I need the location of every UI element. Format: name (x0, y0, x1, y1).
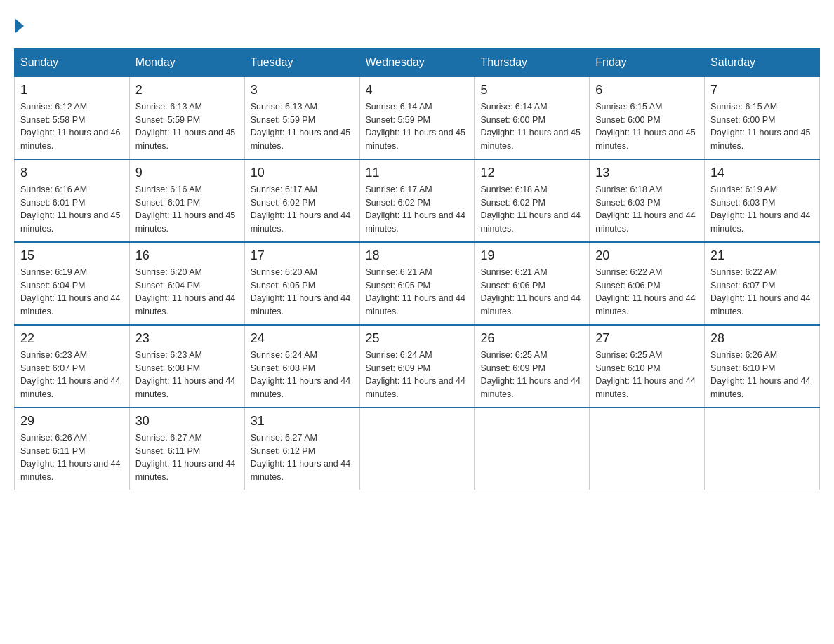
day-info: Sunrise: 6:18 AM Sunset: 6:02 PM Dayligh… (480, 183, 583, 236)
header-sunday: Sunday (15, 48, 130, 76)
header-tuesday: Tuesday (244, 48, 359, 76)
day-info: Sunrise: 6:13 AM Sunset: 5:59 PM Dayligh… (251, 100, 354, 153)
day-info: Sunrise: 6:26 AM Sunset: 6:10 PM Dayligh… (710, 349, 814, 401)
day-info: Sunrise: 6:16 AM Sunset: 6:01 PM Dayligh… (135, 183, 239, 236)
logo-arrow-icon (15, 19, 24, 33)
day-number: 10 (251, 166, 354, 180)
empty-cell (590, 408, 705, 490)
day-info: Sunrise: 6:27 AM Sunset: 6:12 PM Dayligh… (251, 431, 354, 484)
day-cell-30: 30 Sunrise: 6:27 AM Sunset: 6:11 PM Dayl… (129, 408, 244, 490)
day-info: Sunrise: 6:22 AM Sunset: 6:06 PM Dayligh… (595, 266, 699, 318)
day-cell-7: 7 Sunrise: 6:15 AM Sunset: 6:00 PM Dayli… (705, 76, 820, 159)
day-cell-25: 25 Sunrise: 6:24 AM Sunset: 6:09 PM Dayl… (359, 325, 475, 408)
day-cell-12: 12 Sunrise: 6:18 AM Sunset: 6:02 PM Dayl… (475, 159, 590, 242)
day-info: Sunrise: 6:18 AM Sunset: 6:03 PM Dayligh… (595, 183, 699, 236)
week-row-4: 29 Sunrise: 6:26 AM Sunset: 6:11 PM Dayl… (15, 408, 820, 490)
day-info: Sunrise: 6:25 AM Sunset: 6:10 PM Dayligh… (595, 349, 699, 401)
day-info: Sunrise: 6:23 AM Sunset: 6:08 PM Dayligh… (135, 349, 239, 401)
day-number: 26 (480, 331, 583, 346)
day-info: Sunrise: 6:19 AM Sunset: 6:04 PM Dayligh… (20, 266, 124, 318)
day-number: 2 (135, 83, 239, 98)
day-cell-9: 9 Sunrise: 6:16 AM Sunset: 6:01 PM Dayli… (129, 159, 244, 242)
header-saturday: Saturday (705, 48, 820, 76)
day-cell-27: 27 Sunrise: 6:25 AM Sunset: 6:10 PM Dayl… (590, 325, 705, 408)
day-number: 30 (135, 414, 239, 429)
empty-cell (359, 408, 475, 490)
day-info: Sunrise: 6:26 AM Sunset: 6:11 PM Dayligh… (20, 431, 124, 484)
day-number: 18 (366, 248, 469, 263)
day-cell-15: 15 Sunrise: 6:19 AM Sunset: 6:04 PM Dayl… (15, 242, 130, 325)
day-info: Sunrise: 6:24 AM Sunset: 6:09 PM Dayligh… (366, 349, 469, 401)
day-number: 15 (20, 248, 124, 263)
day-cell-26: 26 Sunrise: 6:25 AM Sunset: 6:09 PM Dayl… (475, 325, 590, 408)
day-cell-23: 23 Sunrise: 6:23 AM Sunset: 6:08 PM Dayl… (129, 325, 244, 408)
day-cell-8: 8 Sunrise: 6:16 AM Sunset: 6:01 PM Dayli… (15, 159, 130, 242)
day-info: Sunrise: 6:17 AM Sunset: 6:02 PM Dayligh… (251, 183, 354, 236)
calendar-table: SundayMondayTuesdayWednesdayThursdayFrid… (14, 48, 820, 490)
day-info: Sunrise: 6:14 AM Sunset: 6:00 PM Dayligh… (480, 100, 583, 153)
day-number: 4 (366, 83, 469, 98)
day-number: 25 (366, 331, 469, 346)
day-cell-22: 22 Sunrise: 6:23 AM Sunset: 6:07 PM Dayl… (15, 325, 130, 408)
day-info: Sunrise: 6:15 AM Sunset: 6:00 PM Dayligh… (710, 100, 814, 153)
day-info: Sunrise: 6:17 AM Sunset: 6:02 PM Dayligh… (366, 183, 469, 236)
day-number: 16 (135, 248, 239, 263)
header-friday: Friday (590, 48, 705, 76)
day-number: 31 (251, 414, 354, 429)
day-number: 3 (251, 83, 354, 98)
day-info: Sunrise: 6:13 AM Sunset: 5:59 PM Dayligh… (135, 100, 239, 153)
day-cell-19: 19 Sunrise: 6:21 AM Sunset: 6:06 PM Dayl… (475, 242, 590, 325)
day-cell-17: 17 Sunrise: 6:20 AM Sunset: 6:05 PM Dayl… (244, 242, 359, 325)
day-cell-31: 31 Sunrise: 6:27 AM Sunset: 6:12 PM Dayl… (244, 408, 359, 490)
day-number: 23 (135, 331, 239, 346)
day-number: 24 (251, 331, 354, 346)
day-cell-21: 21 Sunrise: 6:22 AM Sunset: 6:07 PM Dayl… (705, 242, 820, 325)
day-cell-11: 11 Sunrise: 6:17 AM Sunset: 6:02 PM Dayl… (359, 159, 475, 242)
day-cell-6: 6 Sunrise: 6:15 AM Sunset: 6:00 PM Dayli… (590, 76, 705, 159)
day-info: Sunrise: 6:19 AM Sunset: 6:03 PM Dayligh… (710, 183, 814, 236)
day-info: Sunrise: 6:23 AM Sunset: 6:07 PM Dayligh… (20, 349, 124, 401)
day-info: Sunrise: 6:12 AM Sunset: 5:58 PM Dayligh… (20, 100, 124, 153)
week-row-3: 22 Sunrise: 6:23 AM Sunset: 6:07 PM Dayl… (15, 325, 820, 408)
day-number: 12 (480, 166, 583, 180)
day-cell-3: 3 Sunrise: 6:13 AM Sunset: 5:59 PM Dayli… (244, 76, 359, 159)
day-info: Sunrise: 6:22 AM Sunset: 6:07 PM Dayligh… (710, 266, 814, 318)
day-number: 29 (20, 414, 124, 429)
header-thursday: Thursday (475, 48, 590, 76)
empty-cell (475, 408, 590, 490)
day-number: 1 (20, 83, 124, 98)
day-number: 7 (710, 83, 814, 98)
day-info: Sunrise: 6:27 AM Sunset: 6:11 PM Dayligh… (135, 431, 239, 484)
logo (14, 14, 24, 34)
day-number: 27 (595, 331, 699, 346)
day-cell-13: 13 Sunrise: 6:18 AM Sunset: 6:03 PM Dayl… (590, 159, 705, 242)
day-number: 13 (595, 166, 699, 180)
day-number: 8 (20, 166, 124, 180)
day-info: Sunrise: 6:15 AM Sunset: 6:00 PM Dayligh… (595, 100, 699, 153)
header-row: SundayMondayTuesdayWednesdayThursdayFrid… (15, 48, 820, 76)
header-monday: Monday (129, 48, 244, 76)
page-header (14, 14, 820, 34)
day-info: Sunrise: 6:20 AM Sunset: 6:04 PM Dayligh… (135, 266, 239, 318)
day-cell-18: 18 Sunrise: 6:21 AM Sunset: 6:05 PM Dayl… (359, 242, 475, 325)
day-number: 5 (480, 83, 583, 98)
week-row-1: 8 Sunrise: 6:16 AM Sunset: 6:01 PM Dayli… (15, 159, 820, 242)
day-info: Sunrise: 6:21 AM Sunset: 6:05 PM Dayligh… (366, 266, 469, 318)
day-number: 9 (135, 166, 239, 180)
day-cell-28: 28 Sunrise: 6:26 AM Sunset: 6:10 PM Dayl… (705, 325, 820, 408)
day-number: 28 (710, 331, 814, 346)
day-cell-20: 20 Sunrise: 6:22 AM Sunset: 6:06 PM Dayl… (590, 242, 705, 325)
week-row-2: 15 Sunrise: 6:19 AM Sunset: 6:04 PM Dayl… (15, 242, 820, 325)
day-number: 17 (251, 248, 354, 263)
day-info: Sunrise: 6:20 AM Sunset: 6:05 PM Dayligh… (251, 266, 354, 318)
day-cell-14: 14 Sunrise: 6:19 AM Sunset: 6:03 PM Dayl… (705, 159, 820, 242)
day-info: Sunrise: 6:21 AM Sunset: 6:06 PM Dayligh… (480, 266, 583, 318)
day-number: 14 (710, 166, 814, 180)
day-cell-29: 29 Sunrise: 6:26 AM Sunset: 6:11 PM Dayl… (15, 408, 130, 490)
day-number: 22 (20, 331, 124, 346)
day-cell-5: 5 Sunrise: 6:14 AM Sunset: 6:00 PM Dayli… (475, 76, 590, 159)
day-number: 20 (595, 248, 699, 263)
day-info: Sunrise: 6:24 AM Sunset: 6:08 PM Dayligh… (251, 349, 354, 401)
calendar-body: 1 Sunrise: 6:12 AM Sunset: 5:58 PM Dayli… (15, 76, 820, 490)
day-cell-1: 1 Sunrise: 6:12 AM Sunset: 5:58 PM Dayli… (15, 76, 130, 159)
